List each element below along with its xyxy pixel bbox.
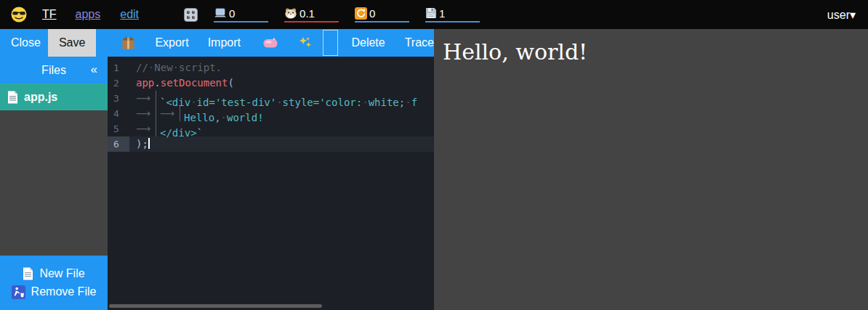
code-line-1[interactable]: 1//·New·script.	[108, 60, 434, 76]
remove-file-label: Remove File	[31, 285, 97, 298]
save-button[interactable]: Save	[48, 29, 96, 57]
top-bar: TF apps edit 00.101 user▾	[0, 0, 868, 29]
delete-button[interactable]: Delete	[351, 36, 385, 49]
tab-whitespace-marker: ⟶	[136, 91, 156, 106]
package-icon[interactable]	[121, 36, 135, 50]
code-text: //·New·script.	[129, 60, 222, 76]
hamster-icon	[284, 7, 297, 19]
code-line-5[interactable]: 5⟶</div>`	[108, 121, 434, 136]
file-item-appjs[interactable]: app.js	[0, 83, 108, 110]
code-line-4[interactable]: 4⟶⟶Hello,·world!	[108, 106, 434, 121]
code-token: );	[136, 138, 148, 150]
line-number: 6	[108, 136, 129, 152]
code-token: .	[154, 77, 160, 89]
edit-link[interactable]: edit	[120, 8, 139, 21]
editor-toolbar: Close Save Export Import Delete Trace	[0, 29, 434, 57]
new-file-button[interactable]: New File	[0, 267, 108, 280]
metric-floppy-disk[interactable]: 1	[425, 7, 480, 23]
home-link[interactable]: TF	[42, 8, 57, 21]
close-button[interactable]: Close	[11, 36, 41, 49]
code-line-3[interactable]: 3⟶`<div·id='test-div'·style='color:·whit…	[108, 91, 434, 106]
apps-link[interactable]: apps	[76, 8, 101, 21]
files-panel-header: Files «	[0, 57, 108, 83]
code-editor[interactable]: 1//·New·script.2app.setDocument(3⟶`<div·…	[108, 57, 434, 310]
metric-value: 1	[439, 7, 445, 20]
space-whitespace-marker: ·	[276, 97, 282, 108]
page-facing-up-icon	[23, 267, 33, 280]
files-panel-title: Files	[41, 64, 66, 77]
file-item-label: app.js	[24, 91, 57, 104]
files-panel-footer: New File Remove File	[0, 256, 108, 310]
tab-whitespace-marker: ⟶	[160, 106, 180, 121]
metric-laptop[interactable]: 0	[214, 7, 268, 23]
tab-whitespace-marker: ⟶	[136, 121, 156, 136]
remove-file-button[interactable]: Remove File	[0, 285, 108, 299]
code-token: New	[154, 62, 172, 73]
line-number: 5	[108, 121, 129, 136]
code-text: );	[129, 136, 150, 152]
preview-heading: Hello, world!	[434, 29, 868, 65]
code-token: `	[197, 127, 203, 139]
refresh-arrows-icon	[355, 7, 367, 20]
code-line-6[interactable]: 6);	[108, 136, 434, 152]
metric-value: 0	[229, 7, 235, 20]
metric-value: 0.1	[300, 7, 315, 20]
code-text: ⟶⟶Hello,·world!	[129, 106, 264, 121]
space-whitespace-marker: ·	[173, 62, 179, 73]
code-token: script.	[179, 62, 222, 73]
new-file-label: New File	[39, 267, 84, 280]
sparkles-icon[interactable]	[299, 36, 312, 49]
code-token: white;	[369, 97, 406, 108]
line-number: 1	[108, 60, 129, 76]
space-whitespace-marker: ·	[221, 112, 227, 123]
smiling-face-sunglasses-icon[interactable]	[10, 6, 28, 23]
line-number: 3	[108, 91, 129, 106]
space-whitespace-marker: ·	[362, 97, 368, 108]
code-token: setDocument	[161, 77, 228, 89]
metric-value: 0	[369, 7, 375, 20]
user-menu[interactable]: user▾	[827, 8, 856, 22]
code-token: f	[411, 97, 417, 108]
preview-pane: Hello, world!	[434, 29, 868, 310]
line-number: 2	[108, 76, 129, 91]
code-token: app	[136, 77, 154, 89]
code-token: //	[136, 62, 148, 73]
space-whitespace-marker: ·	[405, 97, 411, 108]
trace-button[interactable]: Trace	[405, 36, 434, 49]
line-number: 4	[108, 106, 129, 121]
soap-icon[interactable]	[263, 38, 278, 48]
code-token: (	[228, 77, 233, 89]
document-page-icon	[7, 91, 18, 104]
files-panel-body	[0, 110, 108, 256]
put-litter-in-bin-icon	[12, 285, 25, 299]
import-button[interactable]: Import	[208, 36, 241, 49]
code-text: ⟶</div>`	[129, 121, 203, 136]
code-token: world!	[227, 112, 264, 123]
blank-toolbar-box[interactable]	[323, 30, 338, 56]
code-text: app.setDocument(	[129, 76, 234, 91]
code-line-2[interactable]: 2app.setDocument(	[108, 76, 434, 91]
collapse-panel-button[interactable]: «	[91, 62, 97, 77]
laptop-icon	[214, 8, 227, 18]
code-token: </div>	[160, 127, 197, 139]
metric-hamster[interactable]: 0.1	[284, 7, 339, 23]
code-token: style='color:	[283, 97, 363, 108]
horizontal-scrollbar[interactable]	[109, 304, 322, 308]
tab-whitespace-marker: ⟶	[136, 106, 156, 121]
text-cursor	[148, 138, 150, 149]
code-text: ⟶`<div·id='test-div'·style='color:·white…	[129, 91, 417, 106]
floppy-disk-icon	[425, 7, 437, 19]
control-knobs-icon[interactable]	[184, 8, 198, 22]
export-button[interactable]: Export	[155, 36, 188, 49]
metric-refresh-arrows[interactable]: 0	[355, 7, 409, 23]
